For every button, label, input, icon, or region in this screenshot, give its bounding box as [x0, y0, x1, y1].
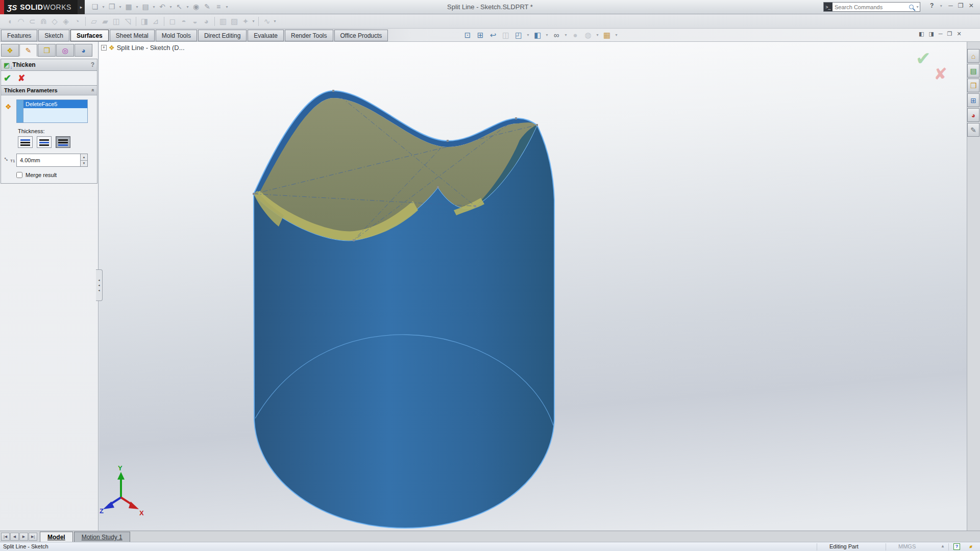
help-button[interactable]: ? — [930, 2, 934, 9]
restore-button[interactable]: ❐ — [958, 2, 964, 9]
confirmation-corner-cancel[interactable]: ✘ — [934, 64, 947, 84]
viewport-close-button[interactable]: ✕ — [957, 31, 961, 37]
model-tab[interactable]: Model — [40, 532, 73, 542]
view-settings-button-dropdown[interactable]: ▾ — [614, 33, 619, 37]
open-document-button-dropdown[interactable]: ▾ — [118, 5, 122, 9]
featuremanager-tree-tab[interactable]: ❖ — [1, 44, 19, 57]
tab-sheet-metal[interactable]: Sheet Metal — [110, 30, 155, 41]
viewport-minimize-button[interactable]: ─ — [939, 31, 943, 37]
swept-surface-icon[interactable]: ⊂ — [27, 16, 38, 27]
replace-face-icon[interactable]: ◨ — [139, 16, 150, 27]
hide-show-items-button-dropdown[interactable]: ▾ — [564, 33, 568, 37]
next-tab-button[interactable]: ▶ — [19, 533, 28, 541]
last-tab-button[interactable]: ▶| — [29, 533, 37, 541]
selected-face-item[interactable]: DeleteFace5 — [23, 100, 87, 108]
view-orientation-button-dropdown[interactable]: ▾ — [526, 33, 530, 37]
search-dropdown[interactable]: ▾ — [915, 5, 920, 9]
motion-study-tab[interactable]: Motion Study 1 — [74, 532, 130, 542]
previous-tab-button[interactable]: ◀ — [10, 533, 19, 541]
rebuild-button[interactable]: ◉ — [191, 2, 201, 12]
hide-show-items-button[interactable]: ∞ — [551, 30, 562, 40]
delete-face-icon[interactable]: ◹ — [122, 16, 133, 27]
collapse-chevron-icon[interactable]: » — [90, 89, 95, 92]
tab-render-tools[interactable]: Render Tools — [285, 30, 333, 41]
selection-list[interactable]: DeleteFace5 — [23, 100, 87, 122]
graphics-viewport[interactable]: Y Z X + ❖ Split Line - Sketch (D... ✔ ✘ — [99, 42, 967, 531]
freeform-icon[interactable]: ◔ — [71, 16, 83, 27]
configurationmanager-tab[interactable]: ❒ — [38, 44, 56, 57]
solidworks-resources-tab[interactable]: ⌂ — [967, 49, 979, 63]
apply-scene-button[interactable]: ◍ — [582, 30, 594, 40]
panel-splitter-handle[interactable]: ◂◂◂ — [96, 269, 103, 301]
ok-button[interactable]: ✔ — [4, 72, 11, 84]
print-button-dropdown[interactable]: ▾ — [152, 5, 156, 9]
print-button[interactable]: ▤ — [140, 2, 151, 12]
custom-properties-tab[interactable]: ✎ — [967, 123, 979, 137]
ruled-surface-icon[interactable]: ◫ — [111, 16, 122, 27]
boundary-surface-icon[interactable]: ◇ — [49, 16, 60, 27]
extruded-surface-icon[interactable]: ◖ — [4, 16, 15, 27]
merge-result-checkbox[interactable] — [16, 172, 22, 178]
display-style-button-dropdown[interactable]: ▾ — [545, 33, 549, 37]
select-button-dropdown[interactable]: ▾ — [185, 5, 190, 9]
tag-icon[interactable]: ⬧ — [968, 543, 975, 550]
save-button[interactable]: ▦ — [124, 2, 134, 12]
options-button[interactable]: ≡ — [213, 2, 224, 12]
options-button-dropdown[interactable]: ▾ — [225, 5, 229, 9]
new-document-button-dropdown[interactable]: ▾ — [101, 5, 106, 9]
dimxpertmanager-tab[interactable]: ◎ — [56, 44, 74, 57]
face-selection-listbox[interactable]: DeleteFace5 — [16, 99, 88, 123]
propertymanager-tab[interactable]: ✎ — [19, 44, 37, 57]
minimize-button[interactable]: ─ — [948, 2, 953, 9]
zoom-to-area-button[interactable]: ⊞ — [475, 30, 486, 40]
undo-button-dropdown[interactable]: ▾ — [168, 5, 173, 9]
pane-split-left-button[interactable]: ◧ — [919, 31, 924, 37]
apply-scene-button-dropdown[interactable]: ▾ — [595, 33, 600, 37]
reference-geometry-icon-dropdown[interactable]: ▾ — [251, 19, 256, 23]
reference-geometry-icon[interactable]: ✦ — [240, 16, 251, 27]
untrim-surface-icon[interactable]: ◓ — [178, 16, 189, 27]
revolved-surface-icon[interactable]: ◠ — [15, 16, 27, 27]
file-properties-button[interactable]: ✎ — [202, 2, 212, 12]
zoom-to-fit-button[interactable]: ⊡ — [462, 30, 473, 40]
thicken-side1-button[interactable] — [18, 136, 33, 148]
new-document-button[interactable]: ❏ — [90, 2, 100, 12]
save-button-dropdown[interactable]: ▾ — [135, 5, 139, 9]
panel-help-button[interactable]: ? — [91, 61, 94, 68]
view-palette-tab[interactable]: ⊞ — [967, 93, 979, 107]
help-dropdown[interactable]: ▾ — [939, 4, 943, 8]
thicken-side2-button[interactable] — [56, 136, 70, 148]
offset-surface-icon[interactable]: ▰ — [100, 16, 111, 27]
file-explorer-tab[interactable]: ❒ — [967, 79, 979, 92]
search-icon[interactable] — [909, 5, 914, 9]
units-label[interactable]: MMGS — [898, 543, 916, 549]
spin-up-button[interactable]: ▲ — [81, 154, 87, 161]
first-tab-button[interactable]: |◀ — [1, 533, 10, 541]
edit-appearance-button[interactable]: ● — [570, 30, 581, 40]
select-button[interactable]: ↖ — [174, 2, 184, 12]
view-orientation-button[interactable]: ◰ — [513, 30, 524, 40]
curves-icon[interactable]: ∿ — [261, 16, 273, 27]
extend-surface-icon[interactable]: ⊿ — [150, 16, 161, 27]
appearances-scenes-tab[interactable]: ◕ — [967, 108, 979, 122]
curves-icon-dropdown[interactable]: ▾ — [273, 19, 277, 23]
spin-down-button[interactable]: ▼ — [81, 161, 87, 167]
units-dropdown-icon[interactable]: ▲ — [941, 544, 945, 548]
pane-split-right-button[interactable]: ◨ — [928, 31, 934, 37]
tab-direct-editing[interactable]: Direct Editing — [198, 30, 247, 41]
filled-surface-icon[interactable]: ◈ — [60, 16, 71, 27]
thickened-cut-icon[interactable]: ▥ — [217, 16, 229, 27]
section-view-button[interactable]: ◫ — [500, 30, 511, 40]
displaymanager-tab[interactable]: ◕ — [75, 44, 92, 57]
tab-mold-tools[interactable]: Mold Tools — [156, 30, 197, 41]
feature-tree-flyout[interactable]: + ❖ Split Line - Sketch (D... — [101, 44, 185, 52]
open-document-button[interactable]: ❒ — [107, 2, 117, 12]
trim-surface-icon[interactable]: ◻ — [167, 16, 178, 27]
display-style-button[interactable]: ◧ — [532, 30, 543, 40]
tab-surfaces[interactable]: Surfaces — [70, 30, 109, 41]
close-button[interactable]: ✕ — [969, 2, 974, 9]
search-input[interactable] — [832, 4, 909, 10]
viewport-restore-button[interactable]: ❐ — [947, 31, 952, 37]
design-library-tab[interactable]: ▤ — [967, 64, 979, 78]
tree-expand-icon[interactable]: + — [101, 45, 107, 51]
